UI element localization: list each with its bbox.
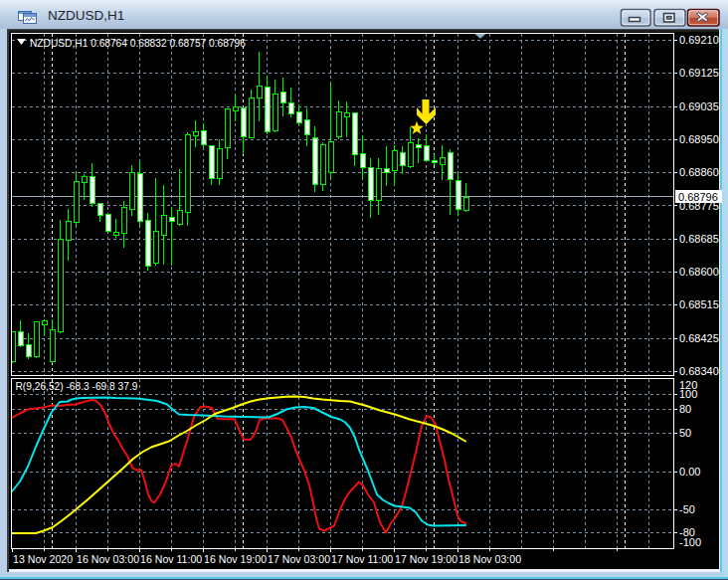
svg-text:16 Nov 11:00: 16 Nov 11:00 — [140, 553, 202, 565]
svg-text:0.68950: 0.68950 — [679, 133, 719, 145]
svg-text:16 Nov 03:00: 16 Nov 03:00 — [77, 553, 139, 565]
svg-text:17 Nov 03:00: 17 Nov 03:00 — [268, 553, 330, 565]
svg-text:0.68796: 0.68796 — [678, 191, 718, 203]
svg-text:0.68425: 0.68425 — [679, 332, 719, 344]
svg-text:13 Nov 2020: 13 Nov 2020 — [13, 553, 73, 565]
svg-text:50: 50 — [679, 427, 691, 439]
svg-text:0.68860: 0.68860 — [679, 166, 719, 178]
svg-text:0.69125: 0.69125 — [679, 67, 719, 79]
svg-text:0.68515: 0.68515 — [679, 298, 719, 310]
svg-text:100: 100 — [679, 388, 697, 400]
svg-text:17 Nov 11:00: 17 Nov 11:00 — [331, 553, 393, 565]
svg-text:R(9,26,52) -68.3 -69.8 37.9: R(9,26,52) -68.3 -69.8 37.9 — [16, 381, 138, 392]
svg-text:16 Nov 19:00: 16 Nov 19:00 — [204, 553, 267, 565]
svg-text:0.00: 0.00 — [679, 466, 700, 478]
svg-text:80: 80 — [679, 403, 691, 415]
svg-text:0.68600: 0.68600 — [679, 266, 719, 278]
svg-text:NZDUSD,H1: NZDUSD,H1 — [48, 8, 124, 23]
svg-text:0.68340: 0.68340 — [679, 365, 719, 377]
svg-text:0.69210: 0.69210 — [679, 34, 719, 46]
svg-text:-100: -100 — [679, 536, 701, 548]
svg-text:17 Nov 19:00: 17 Nov 19:00 — [395, 553, 457, 565]
svg-text:-50: -50 — [679, 503, 695, 515]
svg-text:0.69035: 0.69035 — [679, 100, 719, 112]
svg-text:18 Nov 03:00: 18 Nov 03:00 — [458, 553, 521, 565]
svg-text:NZDUSD,H1 0.68764 0.68832 0.6: NZDUSD,H1 0.68764 0.68832 0.68757 0.6879… — [30, 38, 246, 49]
svg-text:0.68685: 0.68685 — [679, 233, 719, 245]
